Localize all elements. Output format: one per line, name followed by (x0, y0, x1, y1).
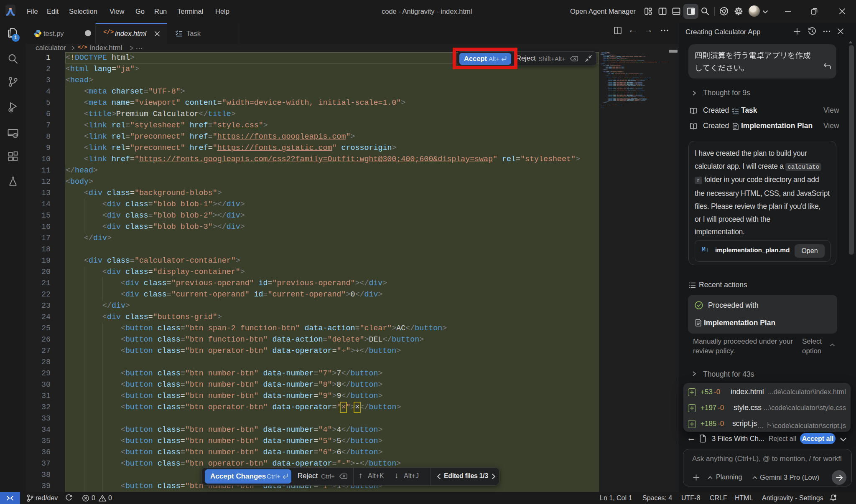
svg-text:69: 69 (14, 134, 17, 137)
